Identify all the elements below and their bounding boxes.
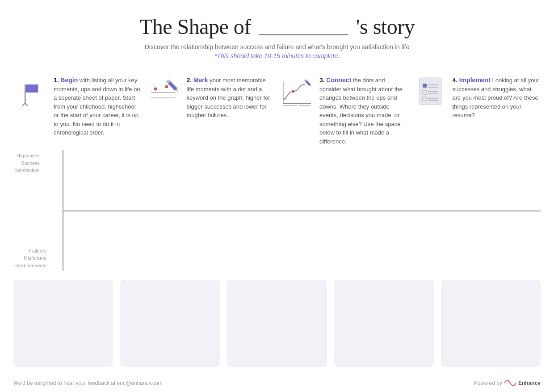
textbox-4[interactable] (334, 280, 434, 367)
footer-feedback: We'd be delighted to hear your feedback … (13, 380, 163, 386)
title-before: The Shape of (139, 15, 251, 38)
page-title: The Shape of 's story (18, 11, 536, 39)
svg-line-3 (25, 103, 28, 106)
enhancv-logo-icon (504, 379, 516, 387)
svg-rect-0 (25, 84, 26, 103)
step-2: 2. Mark your most memorable life moments… (147, 76, 275, 120)
textbox-1[interactable] (13, 280, 113, 367)
textbox-2[interactable] (120, 280, 220, 367)
graph-section: Happiness Success Satisfaction Failures … (0, 150, 554, 271)
y-label-bottom: Failures Misfortune Hard moments (14, 247, 46, 270)
brand-name: Enhancv (518, 380, 541, 386)
svg-point-6 (154, 87, 157, 90)
step-4: 4. Implement Looking at all your success… (412, 76, 541, 120)
page-wrapper: The Shape of 's story Discover the relat… (0, 0, 554, 392)
textbox-3[interactable] (227, 280, 327, 367)
footer: We'd be delighted to hear your feedback … (0, 374, 554, 392)
implement-icon (415, 76, 446, 111)
y-label-misfortune: Misfortune (14, 254, 46, 262)
time-note: *This should take 10-15 minutes to compl… (18, 52, 536, 59)
step-1-text: 1. Begin with listing all your key momen… (54, 76, 142, 137)
steps-row: 1. Begin with listing all your key momen… (0, 67, 554, 151)
step-2-icon (147, 76, 182, 111)
textboxes-row (0, 271, 554, 374)
title-after: 's story (356, 15, 415, 38)
header: The Shape of 's story Discover the relat… (0, 0, 554, 67)
step-3-title: Connect (326, 76, 351, 84)
step-3-body: the dots and consider what brought about… (319, 77, 403, 145)
connect-icon (279, 76, 315, 111)
svg-line-2 (22, 103, 25, 106)
step-3-icon (279, 76, 315, 111)
step-3-number: 3. (319, 76, 325, 84)
step-3: 3. Connect the dots and consider what br… (279, 76, 408, 146)
y-label-top: Happiness Success Satisfaction (14, 152, 40, 174)
step-4-number: 4. (453, 76, 458, 84)
flag-icon (16, 78, 47, 109)
svg-rect-1 (26, 84, 38, 93)
step-4-title: Implement (459, 76, 491, 84)
step-4-icon (412, 76, 448, 111)
powered-by-label: Powered by (474, 380, 502, 386)
y-label-failures: Failures (14, 247, 46, 255)
textbox-5[interactable] (441, 280, 541, 367)
svg-point-7 (165, 85, 168, 88)
step-1-title: Begin (60, 76, 78, 84)
mark-icon (149, 76, 180, 111)
x-midline (63, 211, 541, 211)
step-4-text: 4. Implement Looking at all your success… (453, 76, 541, 120)
y-label-happiness: Happiness (14, 152, 40, 160)
footer-brand: Powered by Enhancv (474, 379, 541, 387)
y-label-hard-moments: Hard moments (14, 262, 46, 270)
step-1-body: with listing all your key moments, ups a… (54, 77, 140, 136)
y-label-satisfaction: Satisfaction (14, 167, 40, 174)
name-blank[interactable] (259, 11, 348, 35)
step-1: 1. Begin with listing all your key momen… (13, 76, 142, 137)
step-2-title: Mark (193, 76, 208, 84)
svg-point-13 (292, 90, 294, 93)
y-label-success: Success (14, 160, 40, 167)
step-1-number: 1. (54, 76, 59, 84)
step-2-number: 2. (187, 76, 192, 84)
step-3-text: 3. Connect the dots and consider what br… (319, 76, 408, 146)
step-1-icon (13, 76, 49, 111)
svg-rect-20 (423, 84, 427, 88)
step-2-text: 2. Mark your most memorable life moments… (187, 76, 275, 120)
subtitle: Discover the relationship between succes… (18, 43, 536, 51)
graph-wrapper: Happiness Success Satisfaction Failures … (63, 150, 541, 271)
